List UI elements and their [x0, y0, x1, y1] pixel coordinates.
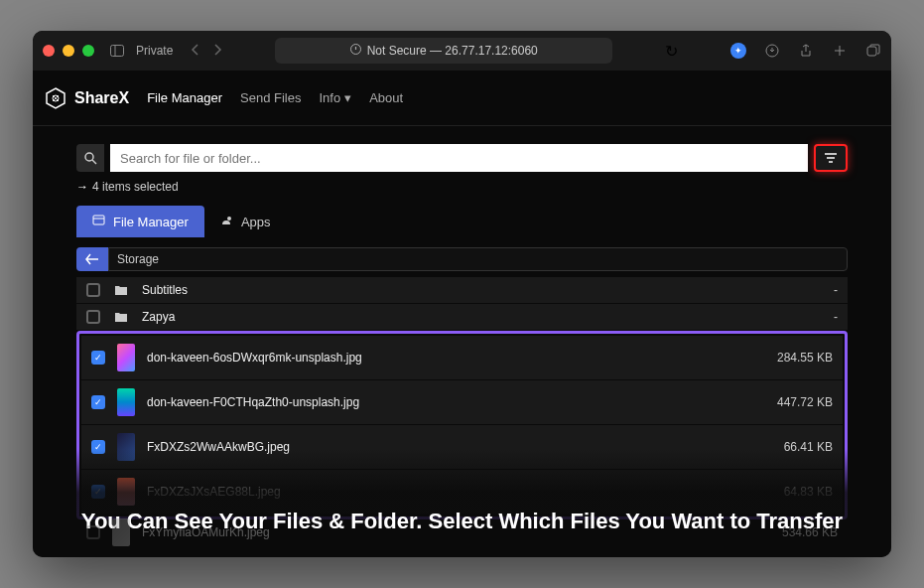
folder-name: Zapya: [142, 310, 822, 324]
file-list: Subtitles - Zapya - ✓ don-kaveen-6osDWxq…: [76, 277, 848, 519]
share-icon[interactable]: [798, 43, 814, 59]
row-checkbox[interactable]: [86, 283, 100, 297]
view-tabs: File Manager Apps: [76, 206, 848, 237]
minimize-window-button[interactable]: [63, 45, 74, 57]
file-row[interactable]: ✓ don-kaveen-F0CTHqaZth0-unsplash.jpg 44…: [81, 380, 843, 424]
nav-info[interactable]: Info ▾: [319, 90, 351, 105]
apps-icon: [220, 215, 233, 229]
search-icon: [76, 144, 104, 172]
file-name: don-kaveen-6osDWxqr6mk-unsplash.jpg: [147, 351, 765, 365]
file-size: 534.66 KB: [782, 525, 838, 539]
file-row[interactable]: ✓ FxDXZsJXsAEG88L.jpeg 64.83 KB: [81, 470, 843, 514]
browser-forward-button[interactable]: [212, 42, 222, 60]
file-size: 284.55 KB: [777, 351, 833, 365]
tab-file-manager[interactable]: File Manager: [76, 206, 204, 237]
file-name: don-kaveen-F0CTHqaZth0-unsplash.jpg: [147, 395, 765, 409]
menu-button[interactable]: [814, 144, 848, 172]
chevron-down-icon: ▾: [344, 90, 351, 105]
tab-file-manager-label: File Manager: [113, 215, 189, 229]
sidebar-toggle-icon[interactable]: [110, 45, 124, 57]
browser-window: Private Not Secure — 26.77.17.12:6060 ↻ …: [33, 31, 891, 557]
svg-rect-0: [111, 46, 124, 57]
tab-apps[interactable]: Apps: [204, 206, 287, 237]
file-size: 447.72 KB: [777, 395, 833, 409]
svg-point-14: [227, 217, 231, 220]
selected-files-highlight: ✓ don-kaveen-6osDWxqr6mk-unsplash.jpg 28…: [76, 331, 848, 519]
folder-tree-icon: [92, 214, 105, 229]
file-thumbnail: [117, 433, 135, 461]
file-thumbnail: [112, 518, 130, 546]
folder-icon: [112, 311, 130, 323]
privacy-shield-icon[interactable]: ✦: [730, 43, 746, 59]
file-size: 66.41 KB: [784, 440, 833, 454]
nav-info-label: Info: [319, 90, 340, 105]
row-checkbox[interactable]: ✓: [91, 485, 105, 499]
folder-size: -: [834, 283, 838, 297]
search-input[interactable]: [110, 144, 808, 172]
close-window-button[interactable]: [43, 45, 55, 57]
file-thumbnail: [117, 344, 135, 371]
tab-apps-label: Apps: [241, 215, 271, 229]
app-header: ShareX File Manager Send Files Info ▾ Ab…: [33, 71, 891, 126]
selection-status: → 4 items selected: [76, 180, 848, 194]
file-row[interactable]: ✓ FxDXZs2WwAAkwBG.jpeg 66.41 KB: [81, 425, 843, 469]
browser-titlebar: Private Not Secure — 26.77.17.12:6060 ↻ …: [33, 31, 891, 71]
file-row[interactable]: ✓ don-kaveen-6osDWxqr6mk-unsplash.jpg 28…: [81, 336, 843, 379]
not-secure-icon: [350, 44, 361, 58]
address-text: Not Secure — 26.77.17.12:6060: [367, 44, 538, 58]
svg-rect-4: [867, 47, 876, 56]
file-thumbnail: [117, 478, 135, 506]
logo-icon: [45, 87, 66, 109]
file-name: FxYmyfiaOAMurKh.jpeg: [142, 525, 770, 539]
main-nav: File Manager Send Files Info ▾ About: [147, 90, 403, 105]
traffic-lights: [43, 45, 94, 57]
arrow-right-icon: →: [76, 180, 88, 194]
nav-about[interactable]: About: [369, 90, 403, 105]
maximize-window-button[interactable]: [82, 45, 94, 57]
nav-send-files[interactable]: Send Files: [240, 90, 301, 105]
tabs-overview-icon[interactable]: [865, 43, 881, 59]
svg-line-8: [92, 160, 96, 164]
private-mode-label: Private: [136, 44, 173, 58]
selection-count-label: 4 items selected: [92, 180, 179, 194]
folder-icon: [112, 284, 130, 296]
file-name: FxDXZs2WwAAkwBG.jpeg: [147, 440, 772, 454]
file-thumbnail: [117, 388, 135, 416]
nav-file-manager[interactable]: File Manager: [147, 90, 222, 105]
file-name: FxDXZsJXsAEG88L.jpeg: [147, 485, 772, 499]
file-size: 64.83 KB: [784, 485, 833, 499]
row-checkbox[interactable]: [86, 310, 100, 324]
app-name: ShareX: [74, 89, 129, 107]
new-tab-icon[interactable]: [832, 43, 848, 59]
folder-size: -: [834, 310, 838, 324]
folder-name: Subtitles: [142, 283, 822, 297]
row-checkbox[interactable]: ✓: [91, 395, 105, 409]
svg-rect-12: [93, 216, 104, 224]
svg-point-7: [85, 153, 93, 161]
address-bar[interactable]: Not Secure — 26.77.17.12:6060: [275, 38, 612, 64]
path-input[interactable]: [108, 247, 848, 271]
refresh-button[interactable]: ↻: [665, 42, 678, 61]
path-back-button[interactable]: [76, 247, 108, 271]
row-checkbox[interactable]: ✓: [91, 440, 105, 454]
app-logo[interactable]: ShareX: [45, 87, 129, 109]
browser-back-button[interactable]: [191, 42, 200, 60]
downloads-icon[interactable]: [764, 43, 780, 59]
row-checkbox[interactable]: ✓: [91, 351, 105, 365]
folder-row[interactable]: Subtitles -: [76, 277, 848, 303]
faded-file-row: FxYmyfiaOAMurKh.jpeg 534.66 KB: [76, 513, 848, 553]
main-content: → 4 items selected File Manager Apps: [33, 126, 891, 557]
file-row[interactable]: FxYmyfiaOAMurKh.jpeg 534.66 KB: [76, 513, 848, 552]
folder-row[interactable]: Zapya -: [76, 304, 848, 330]
row-checkbox[interactable]: [86, 525, 100, 539]
